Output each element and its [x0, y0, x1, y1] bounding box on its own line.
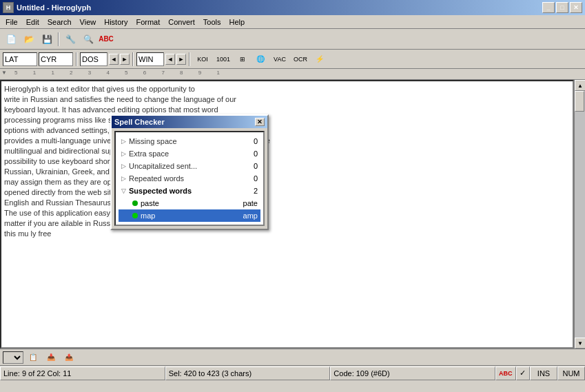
arrow-left-btn[interactable]: ◄ [109, 54, 119, 65]
check-icon: ✓ [520, 369, 526, 378]
line-col-panel: Line: 9 of 22 Col: 11 [0, 367, 165, 380]
extra-tool-2[interactable]: 1001 [214, 52, 233, 67]
menu-format[interactable]: Format [132, 17, 164, 28]
menu-help[interactable]: Help [225, 17, 249, 28]
scroll-up-button[interactable]: ▲ [575, 80, 585, 91]
text-line-9: Russian, Ukrainian, Greek, and CIS exten… [4, 167, 570, 177]
extra-tool-4[interactable]: 🌐 [252, 52, 269, 67]
spell-extra-space[interactable]: ▷ Extra space 0 [119, 147, 260, 160]
lat-encoding[interactable]: LAT [3, 52, 37, 66]
toolbar-separator-1 [58, 32, 59, 46]
bottom-btn-1[interactable]: 📋 [25, 350, 41, 365]
text-line-11: opened directly from the web sites direc… [4, 187, 570, 198]
cyr-encoding[interactable]: CYR [39, 52, 73, 66]
text-line-7: multilingual and bidirectional support t… [4, 146, 570, 156]
vertical-scrollbar[interactable]: ▲ ▼ [574, 80, 585, 349]
spell-repeated[interactable]: ▷ Repeated words 0 [119, 172, 260, 185]
tools-button[interactable]: 🔧 [62, 32, 79, 47]
arrow-left-btn-2[interactable]: ◄ [165, 54, 175, 65]
menu-file[interactable]: File [1, 17, 22, 28]
extra-tool-1[interactable]: KOI [193, 52, 212, 67]
expand-arrow-4: ▷ [121, 175, 126, 182]
win-encoding[interactable]: WIN [136, 52, 164, 66]
cyr-label: CYR [41, 55, 57, 63]
text-line-8: possibility to use keyboard shortcut key… [4, 156, 570, 167]
text-line-13: The use of this application easy to unde… [4, 208, 570, 218]
bottom-btn-2[interactable]: 📥 [43, 350, 59, 365]
arrow-right-btn-2[interactable]: ► [176, 54, 186, 65]
window-title: Untitled - Hieroglyph [17, 3, 91, 12]
suspected-count: 2 [254, 187, 258, 195]
extra-tool-3[interactable]: ⊞ [234, 52, 251, 67]
selection-text: Sel: 420 to 423 (3 chars) [169, 369, 252, 378]
bottom-btn-3[interactable]: 📤 [61, 350, 77, 365]
spell-uncapitalized[interactable]: ▷ Uncapitalized sent... 0 [119, 160, 260, 172]
missing-space-count: 0 [254, 137, 258, 145]
spell-subitem-map-label: map [132, 212, 155, 220]
extra-tool-7[interactable]: ⚡ [311, 52, 328, 67]
expand-arrow-2: ▷ [121, 150, 126, 157]
spellcheck-button[interactable]: ABC [98, 32, 114, 47]
extra-tool-5[interactable]: VAC [270, 52, 289, 67]
save-button[interactable]: 💾 [39, 32, 55, 47]
spell-subitem-paste[interactable]: paste pate [119, 197, 260, 209]
close-button[interactable]: ✕ [570, 2, 582, 13]
selection-panel: Sel: 420 to 423 (3 chars) [165, 367, 331, 380]
spell-uncapitalized-label: ▷ Uncapitalized sent... [121, 162, 197, 170]
missing-space-text: Missing space [129, 137, 177, 145]
app-icon: H [3, 2, 14, 13]
menu-view[interactable]: View [76, 17, 101, 28]
line-col-text: Line: 9 of 22 Col: 11 [3, 369, 71, 378]
win-label: WIN [138, 55, 153, 63]
repeated-text: Repeated words [129, 174, 184, 183]
ins-text: INS [537, 369, 550, 378]
maximize-button[interactable]: □ [556, 2, 568, 13]
spell-suspected-label: ▽ Suspected words [121, 187, 192, 195]
spell-missing-space[interactable]: ▷ Missing space 0 [119, 135, 260, 147]
expand-arrow-5: ▽ [121, 187, 126, 194]
main-area: Hieroglyph is a text editor that gives u… [0, 80, 585, 349]
text-line-1: Hieroglyph is a text editor that gives u… [4, 84, 570, 94]
menu-convert[interactable]: Convert [164, 17, 199, 28]
menu-search[interactable]: Search [43, 17, 76, 28]
extra-space-count: 0 [254, 149, 258, 158]
extra-tool-6[interactable]: OCR [291, 52, 310, 67]
uncapitalized-count: 0 [254, 162, 258, 170]
num-panel: NUM [557, 367, 585, 380]
scroll-track[interactable] [575, 91, 585, 338]
search-toolbar-button[interactable]: 🔍 [80, 32, 96, 47]
window-controls[interactable]: _ □ ✕ [542, 2, 582, 13]
dos-encoding[interactable]: DOS [80, 52, 107, 66]
bottom-select[interactable] [3, 351, 23, 364]
repeated-count: 0 [254, 174, 258, 183]
expand-arrow-1: ▷ [121, 138, 126, 145]
text-line-6: provides a multi-language universal char… [4, 136, 570, 146]
lat-label: LAT [5, 55, 18, 63]
minimize-button[interactable]: _ [542, 2, 555, 13]
dos-label: DOS [82, 55, 99, 63]
encoding-sep-1 [76, 52, 77, 66]
green-dot-paste [132, 200, 138, 206]
text-pane[interactable]: Hieroglyph is a text editor that gives u… [0, 80, 574, 349]
text-line-2: write in Russian and satisfies the need … [4, 94, 570, 105]
spell-suspected[interactable]: ▽ Suspected words 2 [119, 185, 260, 197]
subitem-paste-value: pate [243, 199, 258, 207]
arrow-right-btn[interactable]: ► [120, 54, 130, 65]
dialog-title-bar: Spell Checker ✕ [112, 116, 267, 128]
text-line-14: matter if you are ailable in Russian. An… [4, 218, 570, 229]
subitem-map-text: map [141, 212, 155, 220]
abc-icon: ABC [499, 370, 513, 377]
menu-edit[interactable]: Edit [22, 17, 43, 28]
spell-subitem-map[interactable]: map amp [119, 209, 260, 222]
new-button[interactable]: 📄 [3, 32, 19, 47]
menu-history[interactable]: History [100, 17, 132, 28]
scroll-down-button[interactable]: ▼ [575, 338, 585, 349]
menu-tools[interactable]: Tools [199, 17, 225, 28]
text-line-3: keyboard layout. It has advanced editing… [4, 105, 570, 115]
open-button[interactable]: 📂 [21, 32, 37, 47]
title-bar-left: H Untitled - Hieroglyph [3, 2, 91, 13]
dialog-close-button[interactable]: ✕ [255, 118, 265, 126]
spell-checker-content: ▷ Missing space 0 ▷ Extra space 0 ▷ Unca… [114, 131, 265, 226]
text-line-10: may assign them as they are opened as an… [4, 177, 570, 187]
num-text: NUM [562, 369, 579, 378]
